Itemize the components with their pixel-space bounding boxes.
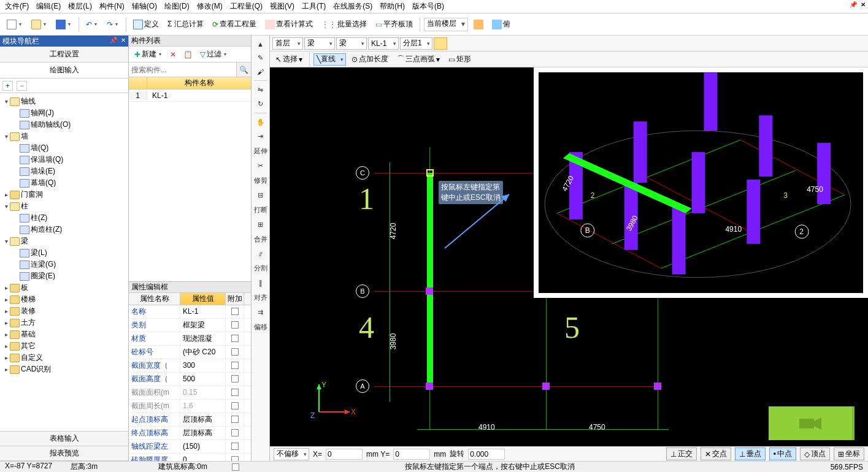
- tree-item[interactable]: 连梁(G): [2, 259, 126, 270]
- redo-button[interactable]: ↷▾: [104, 18, 122, 31]
- tool-merge-label[interactable]: 合并: [253, 232, 268, 246]
- layer-palette-button[interactable]: [434, 37, 447, 50]
- x-input[interactable]: [326, 449, 363, 460]
- new-file-button[interactable]: ▾: [4, 18, 26, 31]
- sum-calc-button[interactable]: Σ 汇总计算: [164, 17, 207, 31]
- tree-item[interactable]: ▸楼梯: [2, 294, 126, 305]
- tree-item[interactable]: 保温墙(Q): [2, 154, 126, 166]
- tree-item[interactable]: 幕墙(Q): [2, 177, 126, 189]
- tool-merge[interactable]: ⊞: [253, 218, 268, 231]
- tree-item[interactable]: ▸土方: [2, 317, 126, 329]
- tool-split-label[interactable]: 分割: [253, 261, 268, 275]
- tool-break-label[interactable]: 打断: [253, 203, 268, 217]
- tree-item[interactable]: ▸装修: [2, 305, 126, 317]
- grid-node[interactable]: [426, 383, 433, 390]
- tool-hand[interactable]: ✋: [253, 116, 268, 129]
- category-select[interactable]: 梁: [304, 37, 335, 50]
- menu-version[interactable]: 版本号(B): [412, 1, 444, 12]
- view-calc-button[interactable]: 查看计算式: [262, 17, 316, 31]
- menu-view[interactable]: 视图(V): [270, 1, 294, 12]
- menu-component[interactable]: 构件(N): [99, 1, 125, 12]
- beam-element[interactable]: [427, 173, 433, 387]
- endpoint-handle[interactable]: [426, 169, 434, 177]
- tree-item[interactable]: ▸CAD识别: [2, 364, 126, 375]
- tree-item[interactable]: 辅助轴线(O): [2, 119, 126, 131]
- property-row[interactable]: 类别框架梁: [129, 319, 251, 332]
- copy-component-button[interactable]: 📋: [180, 48, 196, 61]
- tree-item[interactable]: ▾轴线: [2, 96, 126, 107]
- property-row[interactable]: 截面周长(m1.6: [129, 400, 251, 413]
- tree-item[interactable]: ▾墙: [2, 131, 126, 142]
- tree-item[interactable]: 墙垛(E): [2, 166, 126, 177]
- expand-all-button[interactable]: +: [2, 81, 13, 91]
- tool-mirror[interactable]: ⇋: [253, 83, 268, 96]
- tool-extend[interactable]: ⇥: [253, 130, 268, 143]
- menu-online[interactable]: 在线服务(S): [333, 1, 372, 12]
- tool-extend-label[interactable]: 延伸: [253, 144, 268, 158]
- save-button[interactable]: ▾: [53, 18, 75, 31]
- rotate-input[interactable]: [468, 449, 505, 460]
- view-quantity-button[interactable]: ⟳查看工程量: [209, 17, 259, 31]
- open-file-button[interactable]: ▾: [28, 18, 50, 31]
- tree-item[interactable]: ▸板: [2, 282, 126, 294]
- property-row[interactable]: 截面高度（500: [129, 373, 251, 386]
- tree-item[interactable]: 构造柱(Z): [2, 224, 126, 235]
- table-row[interactable]: 1 KL-1: [129, 89, 251, 102]
- ortho-toggle[interactable]: ⊥ 正交: [666, 447, 697, 460]
- property-row[interactable]: 砼标号(中砂 C20: [129, 346, 251, 359]
- line-mode-button[interactable]: ╲ 直线: [313, 53, 346, 66]
- vertex-snap-toggle[interactable]: ◇ 顶点: [800, 447, 830, 460]
- tool-rotate[interactable]: ↻: [253, 97, 268, 110]
- component-select[interactable]: KL-1: [368, 37, 399, 50]
- tool-brush[interactable]: 🖌: [253, 66, 268, 78]
- property-row[interactable]: 砖胎膜厚度0: [129, 454, 251, 462]
- tree-item[interactable]: ▸基础: [2, 329, 126, 340]
- tool-pick[interactable]: ▲: [253, 38, 268, 50]
- grid-node[interactable]: [426, 287, 433, 295]
- menu-auxaxis[interactable]: 辅轴(O): [132, 1, 157, 12]
- filter-button[interactable]: ▽过滤▾: [197, 47, 231, 61]
- property-row[interactable]: 终点顶标高层顶标高: [129, 427, 251, 440]
- offset-mode-select[interactable]: 不偏移: [274, 448, 309, 460]
- tool-split[interactable]: ⫽: [253, 248, 268, 260]
- tab-report-preview[interactable]: 报表预览: [0, 446, 128, 461]
- layer-button[interactable]: [470, 18, 486, 31]
- close-icon[interactable]: ✕: [121, 37, 126, 44]
- menu-tools[interactable]: 工具(T): [302, 1, 326, 12]
- property-row[interactable]: 截面面积(m0.15: [129, 386, 251, 400]
- tool-offset-label[interactable]: 偏移: [253, 320, 268, 334]
- menu-modify[interactable]: 修改(M): [197, 1, 223, 12]
- menu-help[interactable]: 帮助(H): [380, 1, 405, 12]
- flat-roof-button[interactable]: ▭平齐板顶: [372, 17, 416, 31]
- canvas[interactable]: C B A 1 2 3 1 4 5 4720 3980 4910 4750 按鼠…: [270, 67, 868, 461]
- tab-table-input[interactable]: 表格输入: [0, 432, 128, 446]
- search-button[interactable]: 🔍: [236, 63, 251, 77]
- status-checkbox[interactable]: [232, 463, 239, 471]
- tree-item[interactable]: ▾梁: [2, 235, 126, 247]
- mid-snap-toggle[interactable]: • 中点: [769, 447, 796, 460]
- tree-item[interactable]: ▸门窗洞: [2, 189, 126, 200]
- tool-trim[interactable]: ✂: [253, 159, 268, 172]
- property-row[interactable]: 轴线距梁左(150): [129, 440, 251, 454]
- floor-select[interactable]: 首层: [272, 37, 303, 50]
- pin-icon[interactable]: 📌: [110, 37, 117, 44]
- tool-align[interactable]: ‖: [253, 276, 268, 289]
- type-select[interactable]: 梁: [336, 37, 367, 50]
- tree-item[interactable]: 轴网(J): [2, 107, 126, 119]
- undo-button[interactable]: ↶▾: [83, 18, 101, 31]
- menu-draw[interactable]: 绘图(D): [164, 1, 190, 12]
- y-input[interactable]: [393, 449, 430, 460]
- tool-pen[interactable]: ✎: [253, 51, 268, 64]
- tree-item[interactable]: ▸自定义: [2, 352, 126, 364]
- menu-quantity[interactable]: 工程量(Q): [230, 1, 263, 12]
- tool-trim-label[interactable]: 修剪: [253, 173, 268, 188]
- property-row[interactable]: 起点顶标高层顶标高: [129, 413, 251, 427]
- select-mode-button[interactable]: ↖ 选择 ▾: [272, 52, 305, 66]
- arc3-button[interactable]: ⌒ 三点画弧 ▾: [394, 52, 443, 66]
- menu-edit[interactable]: 编辑(E): [36, 1, 61, 12]
- tree-item[interactable]: ▸其它: [2, 340, 126, 352]
- rect-button[interactable]: ▭ 矩形: [445, 52, 474, 66]
- property-row[interactable]: 截面宽度（300: [129, 359, 251, 373]
- menu-file[interactable]: 文件(F): [5, 1, 29, 12]
- define-button[interactable]: 定义: [130, 17, 162, 31]
